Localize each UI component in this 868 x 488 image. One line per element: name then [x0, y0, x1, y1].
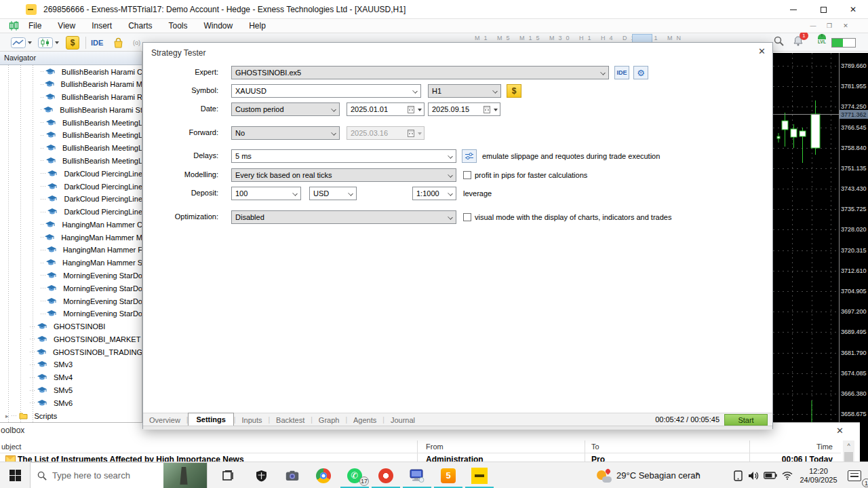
- profit-in-pips-checkbox[interactable]: [463, 171, 471, 179]
- slippage-settings-button[interactable]: [462, 149, 477, 163]
- nav-item-hangingman-hammer-f[interactable]: HangingMan Hammer F: [0, 244, 142, 257]
- close-button[interactable]: ✕: [838, 0, 868, 19]
- toolbox-scrollbar[interactable]: ^: [843, 440, 854, 462]
- nav-item-morningevening-stardo[interactable]: MorningEvening StarDo: [0, 282, 142, 295]
- camera-app-button[interactable]: [277, 462, 308, 488]
- nav-item-darkcloud-piercingline[interactable]: DarkCloud PiercingLine: [0, 180, 142, 193]
- visual-mode-checkbox[interactable]: [463, 213, 471, 221]
- minimize-button[interactable]: [778, 0, 808, 19]
- nav-item-scripts[interactable]: ▸Scripts: [0, 409, 142, 422]
- forward-combobox[interactable]: No: [231, 126, 340, 140]
- child-restore-button[interactable]: ❐: [823, 21, 835, 31]
- deposit-amount-combobox[interactable]: 100: [231, 187, 301, 200]
- nav-item-bullishbearish-harami-c[interactable]: BullishBearish Harami C: [0, 65, 142, 78]
- lvl-indicator[interactable]: LVL: [818, 34, 826, 44]
- period-combobox[interactable]: H1: [428, 84, 501, 98]
- whatsapp-button[interactable]: ✆ 17: [339, 462, 370, 488]
- dialog-close-button[interactable]: ✕: [758, 46, 766, 56]
- profit-in-pips-label[interactable]: profit in pips for faster calculations: [475, 171, 587, 179]
- nav-item-bullishbearish-harami-m[interactable]: BullishBearish Harami M: [0, 78, 142, 91]
- taskbar-search-box[interactable]: Type here to search: [30, 462, 208, 488]
- visual-mode-label[interactable]: visual mode with the display of charts, …: [475, 213, 671, 221]
- browser2-button[interactable]: [370, 462, 401, 488]
- nav-item-morningevening-stardo[interactable]: MorningEvening StarDo: [0, 269, 142, 282]
- nav-item-darkcloud-piercingline[interactable]: DarkCloud PiercingLine: [0, 206, 142, 219]
- optimization-combobox[interactable]: Disabled: [231, 210, 456, 224]
- tray-volume[interactable]: [745, 462, 762, 488]
- market-bag-button[interactable]: [113, 36, 124, 50]
- start-button[interactable]: Start: [724, 414, 768, 426]
- column-from[interactable]: From: [426, 443, 443, 451]
- windows-security-button[interactable]: [245, 462, 277, 488]
- date-from-picker[interactable]: 2025.01.01: [347, 102, 425, 116]
- nav-item-smv6[interactable]: SMv6: [0, 396, 142, 409]
- nav-item-bullishbearish-meetingl[interactable]: BullishBearish MeetingL: [0, 116, 142, 129]
- menu-window[interactable]: Window: [196, 20, 241, 32]
- nav-item-hangingman-hammer-s[interactable]: HangingMan Hammer S: [0, 257, 142, 269]
- expert-properties-gear-button[interactable]: ⚙: [633, 66, 648, 79]
- nav-item-smv3[interactable]: SMv3: [0, 358, 142, 371]
- menu-tools[interactable]: Tools: [161, 20, 196, 32]
- timeframe-buttons-partial[interactable]: M1 M5 M15 M30 H1 H4 D1 W1 MN: [475, 35, 685, 41]
- nav-item-bullishbearish-meetingl[interactable]: BullishBearish MeetingL: [0, 142, 142, 155]
- toolbox-close-button[interactable]: ✕: [836, 426, 844, 436]
- menu-charts[interactable]: Charts: [120, 20, 160, 32]
- maximize-button[interactable]: [808, 0, 838, 19]
- nav-item-ghostsinobi[interactable]: GHOSTSINOBI: [0, 320, 142, 333]
- line-chart-style-button[interactable]: [11, 36, 32, 50]
- nav-item-bullishbearish-harami-st[interactable]: BullishBearish Harami St: [0, 103, 142, 116]
- nav-item-ghostsinobi-trading[interactable]: GHOSTSINOBI_TRADING: [0, 345, 142, 358]
- nav-item-bullishbearish-meetingl[interactable]: BullishBearish MeetingL: [0, 154, 142, 167]
- nav-item-smv5[interactable]: SMv5: [0, 384, 142, 397]
- tab-graph[interactable]: Graph: [313, 414, 346, 426]
- tab-inputs[interactable]: Inputs: [235, 414, 268, 426]
- remote-desktop-button[interactable]: [401, 462, 433, 488]
- tab-journal[interactable]: Journal: [384, 414, 421, 426]
- child-close-button[interactable]: ✕: [840, 21, 852, 31]
- expert-combobox[interactable]: GHOSTSINOBI.ex5: [231, 66, 609, 79]
- tray-phone-link[interactable]: [730, 462, 746, 488]
- expand-chevron-icon[interactable]: ▸: [5, 413, 9, 419]
- search-highlight-art[interactable]: [163, 463, 207, 488]
- scroll-up-arrow[interactable]: ^: [843, 440, 854, 451]
- child-minimize-button[interactable]: —: [807, 21, 819, 31]
- tab-agents[interactable]: Agents: [347, 414, 382, 426]
- exness-button[interactable]: [464, 462, 495, 488]
- scroll-thumb[interactable]: [844, 452, 853, 462]
- tab-overview[interactable]: Overview: [143, 414, 186, 426]
- date-period-combobox[interactable]: Custom period: [231, 102, 340, 116]
- metaeditor-ide-button[interactable]: IDE: [91, 36, 103, 50]
- notifications-bell-icon[interactable]: 1: [793, 35, 804, 49]
- column-to[interactable]: To: [591, 443, 599, 451]
- tray-expand-chevron[interactable]: ^: [690, 462, 705, 488]
- start-button[interactable]: [0, 462, 30, 488]
- search-icon[interactable]: [774, 36, 784, 49]
- menu-file[interactable]: File: [20, 20, 50, 32]
- expert-ide-button[interactable]: IDE: [614, 66, 629, 79]
- date-to-picker[interactable]: 2025.09.15: [428, 102, 500, 116]
- column-time[interactable]: Time: [816, 443, 833, 451]
- nav-item-morningevening-stardo[interactable]: MorningEvening StarDo: [0, 295, 142, 307]
- action-center-button[interactable]: 1: [841, 462, 868, 488]
- nav-item-smv4[interactable]: SMv4: [0, 371, 142, 384]
- tray-clock[interactable]: 12:2024/09/2025: [797, 462, 840, 488]
- tab-backtest[interactable]: Backtest: [270, 414, 311, 426]
- menu-help[interactable]: Help: [241, 20, 274, 32]
- task-view-button[interactable]: [213, 462, 244, 488]
- mt5-terminal-button[interactable]: 5: [433, 462, 464, 488]
- leverage-combobox[interactable]: 1:1000: [412, 187, 456, 200]
- nav-item-morningevening-stardo[interactable]: MorningEvening StarDo: [0, 307, 142, 320]
- nav-item-bullishbearish-meetingl[interactable]: BullishBearish MeetingL: [0, 129, 142, 142]
- delays-combobox[interactable]: 5 ms: [231, 149, 456, 163]
- tray-battery[interactable]: [761, 462, 780, 488]
- symbol-combobox[interactable]: XAUUSD: [231, 84, 421, 98]
- candle-chart-style-button[interactable]: [38, 36, 59, 50]
- menu-view[interactable]: View: [50, 20, 83, 32]
- column-subject[interactable]: ubject: [1, 443, 21, 451]
- tab-settings[interactable]: Settings: [188, 413, 233, 426]
- new-order-dollar-button[interactable]: $: [66, 36, 79, 50]
- depth-of-market-icon[interactable]: (o): [133, 36, 140, 50]
- nav-item-darkcloud-piercingline[interactable]: DarkCloud PiercingLine: [0, 193, 142, 206]
- nav-item-hangingman-hammer-c[interactable]: HangingMan Hammer C: [0, 218, 142, 231]
- chevron-down-icon[interactable]: [28, 41, 32, 44]
